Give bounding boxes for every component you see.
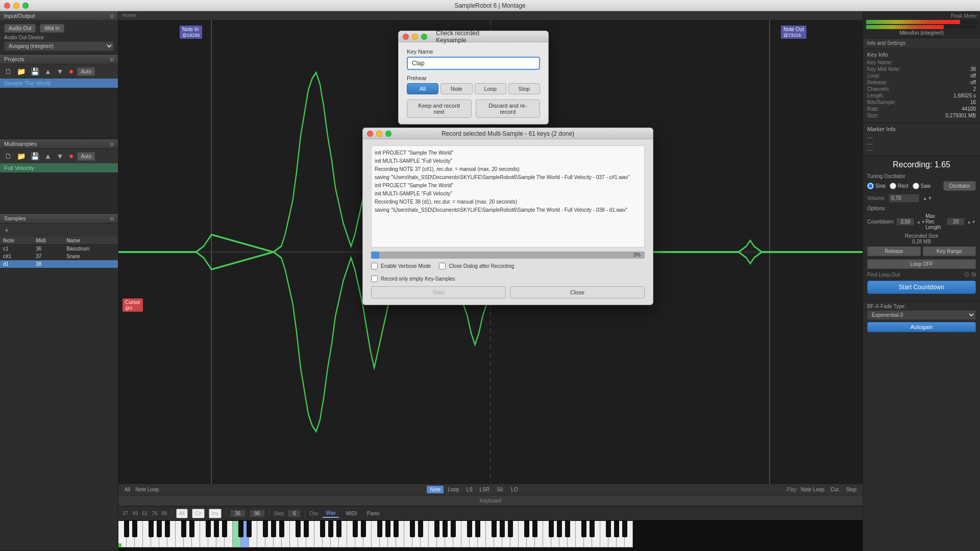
key-range-btn[interactable]: Key Range — [923, 246, 976, 256]
piano-black-key[interactable] — [614, 521, 619, 537]
current-project[interactable]: Sample The World — [0, 79, 118, 88]
range-61[interactable]: 61 — [142, 511, 148, 516]
piano-black-key[interactable] — [124, 521, 129, 537]
piano-black-key[interactable] — [336, 521, 341, 537]
table-row[interactable]: c#137Snare — [0, 253, 118, 260]
log-area[interactable]: init PROJECT "Sample The World"init MULT… — [371, 145, 645, 247]
piano-black-key[interactable] — [508, 521, 513, 537]
tab-loop[interactable]: Loop — [445, 486, 462, 493]
start-countdown-btn[interactable]: Start Countdown — [867, 281, 976, 294]
note-loop-mode-btn[interactable]: Note Loop — [133, 486, 161, 493]
verbose-checkbox[interactable] — [371, 263, 378, 269]
new-project-btn[interactable]: 🗋 — [3, 67, 13, 76]
check-dialog-min[interactable] — [412, 34, 418, 40]
tab-note[interactable]: Note — [427, 486, 444, 493]
samples-expand-icon[interactable]: ⊞ — [110, 216, 114, 221]
piano-black-key[interactable] — [557, 521, 562, 537]
piano-black-key[interactable] — [581, 521, 586, 537]
piano-black-key[interactable] — [410, 521, 415, 537]
minimize-btn[interactable] — [13, 3, 19, 9]
midi-tab[interactable]: MIDI — [343, 510, 360, 517]
volume-input[interactable] — [889, 194, 919, 203]
piano-black-key[interactable] — [238, 521, 243, 537]
wav-tab[interactable]: Wav — [323, 509, 339, 518]
ms-nav-up-btn[interactable]: ▲ — [43, 152, 53, 161]
open-project-btn[interactable]: 📁 — [15, 67, 27, 76]
piano-black-key[interactable] — [328, 521, 333, 537]
discard-and-rerecord-btn[interactable]: Discard and re-record — [476, 99, 541, 118]
piano-black-key[interactable] — [622, 521, 627, 537]
record-dialog-max[interactable] — [385, 131, 391, 137]
autogain-btn[interactable]: Autogain — [867, 322, 976, 332]
new-multisample-btn[interactable]: 🗋 — [3, 152, 13, 161]
nav-down-btn[interactable]: ▼ — [55, 67, 65, 76]
piano-black-key[interactable] — [279, 521, 284, 537]
cur-play-btn[interactable]: Cur. — [828, 486, 842, 493]
range-37[interactable]: 37 — [122, 511, 128, 516]
audio-device-select[interactable]: Ausgang (integriert) — [4, 41, 114, 51]
piano-area[interactable] — [118, 520, 863, 551]
max-rec-input[interactable] — [947, 218, 965, 226]
auto-btn[interactable]: Auto — [77, 67, 95, 76]
countdown-input[interactable] — [896, 218, 914, 226]
key-name-input[interactable] — [407, 57, 540, 70]
table-row[interactable]: d138 — [0, 260, 118, 268]
piano-black-key[interactable] — [304, 521, 309, 537]
piano-black-key[interactable] — [532, 521, 537, 537]
clr-keys-btn[interactable]: Clr — [192, 509, 205, 518]
save-multisample-btn[interactable]: 💾 — [29, 152, 41, 161]
piano-black-key[interactable] — [157, 521, 162, 537]
release-btn[interactable]: Release — [867, 246, 921, 256]
piano-black-key[interactable] — [492, 521, 497, 537]
piano-black-key[interactable] — [296, 521, 301, 537]
piano-black-key[interactable] — [271, 521, 276, 537]
piano-black-key[interactable] — [467, 521, 472, 537]
piano-black-key[interactable] — [165, 521, 170, 537]
save-project-btn[interactable]: 💾 — [29, 67, 41, 76]
piano-black-key[interactable] — [263, 521, 268, 537]
piano-black-key[interactable] — [385, 521, 390, 537]
multisamples-expand-icon[interactable]: ⊞ — [110, 141, 114, 147]
projects-expand-icon[interactable]: ⊞ — [110, 57, 114, 62]
piano-black-key[interactable] — [353, 521, 358, 537]
sine-radio[interactable]: Sine — [867, 183, 886, 189]
piano-black-key[interactable] — [181, 521, 186, 537]
prehear-stop-btn[interactable]: Stop — [508, 83, 540, 94]
check-dialog-max[interactable] — [421, 34, 427, 40]
ms-record-btn[interactable]: ● — [67, 151, 76, 161]
tab-ls[interactable]: LS — [463, 486, 476, 493]
info-settings-tab[interactable]: Info and Settings — [863, 38, 980, 48]
note-loop-play-btn[interactable]: Note Loop — [799, 486, 826, 493]
record-btn[interactable]: ● — [67, 66, 76, 77]
piano-black-key[interactable] — [500, 521, 505, 537]
check-dialog-close[interactable] — [403, 34, 409, 40]
ms-nav-down-btn[interactable]: ▼ — [55, 152, 65, 161]
piano-black-key[interactable] — [443, 521, 448, 537]
inv-keys-btn[interactable]: Inv — [209, 509, 222, 518]
prehear-loop-btn[interactable]: Loop — [475, 83, 506, 94]
piano-black-key[interactable] — [320, 521, 325, 537]
loop-off-btn[interactable]: Loop OFF — [867, 259, 976, 269]
all-mode-btn[interactable]: All — [122, 486, 132, 493]
piano-black-key[interactable] — [434, 521, 439, 537]
piano-black-key[interactable] — [377, 521, 382, 537]
record-only-empty-checkbox[interactable] — [371, 276, 378, 282]
range-76[interactable]: 76 — [152, 511, 157, 516]
close-record-btn[interactable]: Close — [510, 286, 645, 298]
table-row[interactable]: c136Bassdrum — [0, 245, 118, 253]
step-input[interactable] — [288, 510, 301, 517]
close-dialog-checkbox[interactable] — [439, 263, 446, 269]
piano-black-key[interactable] — [222, 521, 227, 537]
piano-black-key[interactable] — [132, 521, 137, 537]
note-input[interactable] — [230, 510, 246, 517]
piano-black-key[interactable] — [475, 521, 480, 537]
piano-black-key[interactable] — [361, 521, 366, 537]
open-multisample-btn[interactable]: 📁 — [15, 152, 27, 161]
record-dialog-close[interactable] — [367, 131, 373, 137]
start-record-btn[interactable]: Start — [371, 286, 506, 298]
piano-black-key[interactable] — [214, 521, 219, 537]
saw-radio[interactable]: Saw — [913, 183, 930, 189]
piano-black-key[interactable] — [189, 521, 194, 537]
bf-xfade-select[interactable]: Exponential-3 — [867, 310, 976, 320]
record-dialog-min[interactable] — [376, 131, 382, 137]
